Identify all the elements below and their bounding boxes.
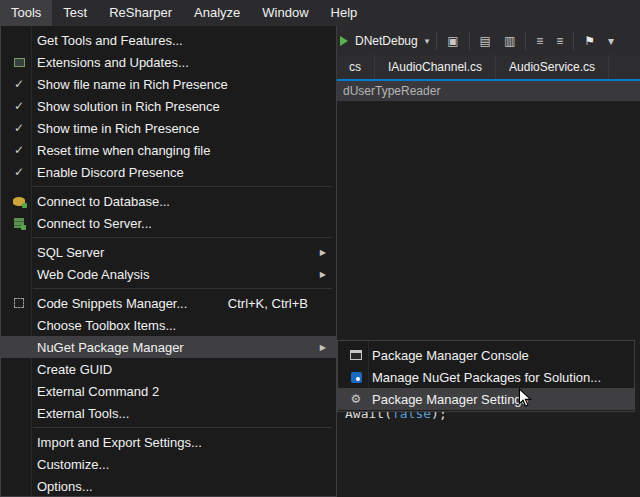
menu-item-label: Enable Discord Presence bbox=[37, 165, 184, 180]
menu-item-sql-server[interactable]: SQL Server ▶ bbox=[1, 241, 336, 263]
menu-item-code-snippets-manager[interactable]: Code Snippets Manager... Ctrl+K, Ctrl+B bbox=[1, 292, 336, 314]
menu-item-show-time-in-rich-presence[interactable]: ✓ Show time in Rich Presence bbox=[1, 117, 336, 139]
menu-item-label: Connect to Server... bbox=[37, 216, 152, 231]
extensions-icon bbox=[8, 51, 30, 73]
database-icon bbox=[8, 190, 30, 212]
toolbar-separator bbox=[573, 32, 574, 50]
menu-separator bbox=[33, 186, 332, 187]
navigation-bar[interactable]: dUserTypeReader bbox=[336, 81, 640, 101]
submenu-item-package-manager-settings[interactable]: ⚙ Package Manager Settings bbox=[338, 388, 634, 410]
submenu-arrow-icon: ▶ bbox=[320, 343, 326, 352]
submenu-arrow-icon: ▶ bbox=[320, 270, 326, 279]
menu-item-options[interactable]: Options... bbox=[1, 475, 336, 497]
menu-item-label: Show solution in Rich Presence bbox=[37, 99, 220, 114]
menu-item-nuget-package-manager[interactable]: NuGet Package Manager ▶ bbox=[1, 336, 336, 358]
line-numbers-icon[interactable]: ≡ bbox=[553, 32, 566, 50]
snippets-icon bbox=[8, 292, 30, 314]
mouse-cursor bbox=[518, 388, 532, 408]
document-tab-strip: cs IAudioChannel.cs AudioService.cs bbox=[336, 55, 640, 81]
check-icon: ✓ bbox=[8, 117, 30, 139]
menu-item-label: Create GUID bbox=[37, 362, 112, 377]
tab-audioservice[interactable]: AudioService.cs bbox=[496, 55, 609, 79]
menu-separator bbox=[33, 427, 332, 428]
menu-item-label: Options... bbox=[37, 479, 93, 494]
window-right-icon[interactable]: ▥ bbox=[501, 32, 518, 50]
menu-item-label: Show time in Rich Presence bbox=[37, 121, 200, 136]
menu-item-show-file-name-in-rich-presence[interactable]: ✓ Show file name in Rich Presence bbox=[1, 73, 336, 95]
window-left-icon[interactable]: ▤ bbox=[477, 32, 494, 50]
menu-item-label: Package Manager Console bbox=[372, 348, 529, 363]
menu-bar: Tools Test ReSharper Analyze Window Help bbox=[0, 0, 640, 26]
menu-item-extensions-and-updates[interactable]: Extensions and Updates... bbox=[1, 51, 336, 73]
menubar-item-tools[interactable]: Tools bbox=[0, 0, 52, 26]
tab-iaudiochannel[interactable]: IAudioChannel.cs bbox=[375, 55, 496, 79]
gear-icon: ⚙ bbox=[345, 388, 367, 410]
menu-item-label: Show file name in Rich Presence bbox=[37, 77, 228, 92]
menu-item-label: External Command 2 bbox=[37, 384, 159, 399]
menu-item-import-and-export-settings[interactable]: Import and Export Settings... bbox=[1, 431, 336, 453]
submenu-item-package-manager-console[interactable]: Package Manager Console bbox=[338, 344, 634, 366]
menu-item-external-command-2[interactable]: External Command 2 bbox=[1, 380, 336, 402]
menu-separator bbox=[33, 237, 332, 238]
menu-item-enable-discord-presence[interactable]: ✓ Enable Discord Presence bbox=[1, 161, 336, 183]
menubar-item-window[interactable]: Window bbox=[251, 0, 319, 26]
menu-item-label: Code Snippets Manager... bbox=[37, 296, 187, 311]
visual-studio-window: Tools Test ReSharper Analyze Window Help… bbox=[0, 0, 640, 497]
check-icon: ✓ bbox=[8, 139, 30, 161]
menu-item-shortcut: Ctrl+K, Ctrl+B bbox=[228, 296, 308, 311]
menubar-item-analyze[interactable]: Analyze bbox=[183, 0, 251, 26]
tools-menu: Get Tools and Features... Extensions and… bbox=[0, 26, 337, 497]
menubar-item-help[interactable]: Help bbox=[320, 0, 369, 26]
menu-item-choose-toolbox-items[interactable]: Choose Toolbox Items... bbox=[1, 314, 336, 336]
menu-item-label: Extensions and Updates... bbox=[37, 55, 189, 70]
bookmark-icon[interactable]: ⚑ bbox=[581, 32, 598, 50]
menu-item-connect-to-server[interactable]: Connect to Server... bbox=[1, 212, 336, 234]
toolbar-separator bbox=[469, 32, 470, 50]
menu-separator bbox=[33, 288, 332, 289]
menu-item-label: Package Manager Settings bbox=[372, 392, 528, 407]
console-icon bbox=[345, 344, 367, 366]
standard-toolbar: DNetDebug ▾ ▣ ▤ ▥ ≡ ≡ ⚑ ▾ bbox=[336, 26, 640, 55]
menu-item-label: Import and Export Settings... bbox=[37, 435, 202, 450]
nuget-icon bbox=[345, 366, 367, 388]
menu-item-label: SQL Server bbox=[37, 245, 104, 260]
toolbar-overflow-icon[interactable]: ▾ bbox=[605, 32, 617, 50]
menubar-item-resharper[interactable]: ReSharper bbox=[98, 0, 183, 26]
menu-item-show-solution-in-rich-presence[interactable]: ✓ Show solution in Rich Presence bbox=[1, 95, 336, 117]
toolbar-separator bbox=[436, 32, 437, 50]
menu-item-label: External Tools... bbox=[37, 406, 129, 421]
menu-item-label: Get Tools and Features... bbox=[37, 33, 183, 48]
indent-guides-icon[interactable]: ≡ bbox=[533, 32, 546, 50]
menu-item-customize[interactable]: Customize... bbox=[1, 453, 336, 475]
menubar-item-test[interactable]: Test bbox=[52, 0, 98, 26]
menu-item-label: NuGet Package Manager bbox=[37, 340, 184, 355]
toolbar-separator bbox=[525, 32, 526, 50]
menu-item-label: Reset time when changing file bbox=[37, 143, 210, 158]
submenu-arrow-icon: ▶ bbox=[320, 248, 326, 257]
submenu-item-manage-nuget-packages-for-solution[interactable]: Manage NuGet Packages for Solution... bbox=[338, 366, 634, 388]
check-icon: ✓ bbox=[8, 73, 30, 95]
chevron-down-icon[interactable]: ▾ bbox=[425, 36, 430, 46]
menu-item-label: Connect to Database... bbox=[37, 194, 170, 209]
member-dropdown-label: dUserTypeReader bbox=[343, 84, 440, 98]
tab-partial[interactable]: cs bbox=[336, 55, 375, 79]
menu-item-external-tools[interactable]: External Tools... bbox=[1, 402, 336, 424]
menu-item-label: Customize... bbox=[37, 457, 109, 472]
menu-item-get-tools-and-features[interactable]: Get Tools and Features... bbox=[1, 29, 336, 51]
menu-item-reset-time-when-changing-file[interactable]: ✓ Reset time when changing file bbox=[1, 139, 336, 161]
menu-item-label: Choose Toolbox Items... bbox=[37, 318, 176, 333]
debug-target-dropdown[interactable]: DNetDebug bbox=[355, 34, 418, 48]
start-debug-icon[interactable] bbox=[340, 36, 348, 46]
menu-item-label: Manage NuGet Packages for Solution... bbox=[372, 370, 601, 385]
menu-item-web-code-analysis[interactable]: Web Code Analysis ▶ bbox=[1, 263, 336, 285]
nuget-package-manager-submenu: Package Manager Console Manage NuGet Pac… bbox=[337, 340, 635, 412]
check-icon: ✓ bbox=[8, 161, 30, 183]
debug-windows-icon[interactable]: ▣ bbox=[444, 32, 461, 50]
menu-item-connect-to-database[interactable]: Connect to Database... bbox=[1, 190, 336, 212]
menu-item-label: Web Code Analysis bbox=[37, 267, 150, 282]
server-icon bbox=[8, 212, 30, 234]
check-icon: ✓ bbox=[8, 95, 30, 117]
menu-item-create-guid[interactable]: Create GUID bbox=[1, 358, 336, 380]
